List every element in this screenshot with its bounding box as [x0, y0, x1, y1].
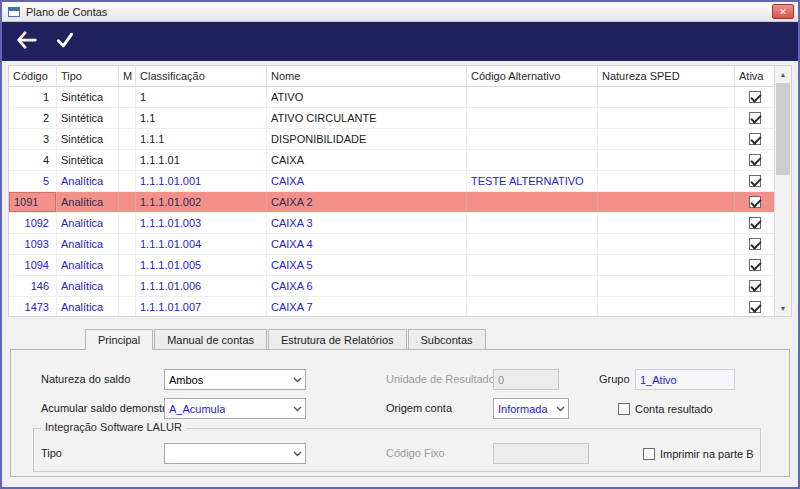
origem-conta-select[interactable]: Informada — [493, 398, 569, 419]
ativa-checkbox[interactable] — [749, 238, 761, 250]
ativa-checkbox[interactable] — [749, 280, 761, 292]
origem-conta-value: Informada — [498, 403, 548, 415]
cell-codigo-alternativo — [467, 150, 598, 170]
column-header-nome[interactable]: Nome — [267, 66, 467, 86]
check-icon — [55, 30, 75, 53]
cell-nome: CAIXA 7 — [267, 297, 467, 316]
natureza-saldo-select[interactable]: Ambos — [164, 369, 306, 390]
cell-codigo-alternativo — [467, 192, 598, 212]
scrollbar-thumb[interactable] — [776, 83, 790, 175]
accounts-grid: Código Tipo M Classificação Nome Código … — [8, 65, 792, 317]
cell-classificacao: 1.1.1.01 — [136, 150, 267, 170]
acumular-saldo-select[interactable]: A_Acumula — [164, 398, 306, 419]
cell-codigo: 5 — [9, 171, 57, 191]
lalur-tipo-label: Tipo — [41, 443, 62, 464]
cell-codigo: 146 — [9, 276, 57, 296]
tab-estrutura-de-relatorios[interactable]: Estrutura de Relatórios — [268, 329, 407, 349]
ativa-checkbox[interactable] — [749, 112, 761, 124]
ativa-checkbox[interactable] — [749, 301, 761, 313]
tab-manual-de-contas[interactable]: Manual de contas — [154, 329, 267, 349]
principal-panel: Natureza do saldo Ambos Unidade de Resul… — [10, 349, 790, 477]
ativa-checkbox[interactable] — [749, 196, 761, 208]
ativa-checkbox[interactable] — [749, 154, 761, 166]
grid-row[interactable]: 5 Analítica 1.1.1.01.001 CAIXA TESTE ALT… — [9, 171, 774, 192]
grid-header: Código Tipo M Classificação Nome Código … — [9, 66, 774, 87]
cell-codigo: 2 — [9, 108, 57, 128]
close-button[interactable]: ✕ — [772, 4, 794, 19]
ativa-checkbox[interactable] — [749, 91, 761, 103]
grid-row[interactable]: 1094 Analítica 1.1.1.01.005 CAIXA 5 — [9, 255, 774, 276]
cell-codigo: 1092 — [9, 213, 57, 233]
column-header-classificacao[interactable]: Classificação — [136, 66, 267, 86]
natureza-saldo-value: Ambos — [169, 374, 203, 386]
cell-m — [119, 108, 136, 128]
cell-nome: CAIXA 6 — [267, 276, 467, 296]
ativa-checkbox[interactable] — [749, 259, 761, 271]
cell-codigo-alternativo — [467, 255, 598, 275]
grid-row[interactable]: 1093 Analítica 1.1.1.01.004 CAIXA 4 — [9, 234, 774, 255]
natureza-saldo-label: Natureza do saldo — [41, 369, 130, 390]
ativa-checkbox[interactable] — [749, 175, 761, 187]
chevron-down-icon — [290, 377, 305, 383]
cell-codigo: 1091 — [9, 192, 57, 212]
column-header-m[interactable]: M — [119, 66, 136, 86]
cell-m — [119, 255, 136, 275]
grupo-field[interactable]: 1_Ativo — [635, 369, 735, 390]
grid-row[interactable]: 2 Sintética 1.1 ATIVO CIRCULANTE — [9, 108, 774, 129]
cell-tipo: Analítica — [57, 276, 119, 296]
grid-row[interactable]: 4 Sintética 1.1.1.01 CAIXA — [9, 150, 774, 171]
cell-ativa — [735, 192, 774, 212]
imprimir-parte-b-checkbox[interactable]: Imprimir na parte B — [643, 443, 754, 464]
scroll-down-button[interactable]: ▼ — [775, 300, 791, 316]
grid-row[interactable]: 1091 Analítica 1.1.1.01.002 CAIXA 2 — [9, 192, 774, 213]
grid-row[interactable]: 3 Sintética 1.1.1 DISPONIBILIDADE — [9, 129, 774, 150]
cell-ativa — [735, 234, 774, 254]
cell-nome: DISPONIBILIDADE — [267, 129, 467, 149]
tab-principal[interactable]: Principal — [85, 329, 153, 350]
cell-nome: CAIXA — [267, 150, 467, 170]
grid-row[interactable]: 1473 Analítica 1.1.1.01.007 CAIXA 7 — [9, 297, 774, 316]
grid-row[interactable]: 1 Sintética 1 ATIVO — [9, 87, 774, 108]
cell-natureza-sped — [598, 87, 735, 107]
cell-codigo-alternativo: TESTE ALTERNATIVO — [467, 171, 598, 191]
column-header-codigo-alternativo[interactable]: Código Alternativo — [467, 66, 598, 86]
cell-tipo: Sintética — [57, 108, 119, 128]
grid-row[interactable]: 146 Analítica 1.1.1.01.006 CAIXA 6 — [9, 276, 774, 297]
column-header-natureza-sped[interactable]: Natureza SPED — [598, 66, 735, 86]
column-header-tipo[interactable]: Tipo — [57, 66, 119, 86]
cell-ativa — [735, 276, 774, 296]
grid-row[interactable]: 1092 Analítica 1.1.1.01.003 CAIXA 3 — [9, 213, 774, 234]
cell-codigo: 3 — [9, 129, 57, 149]
cell-natureza-sped — [598, 276, 735, 296]
scroll-up-button[interactable]: ▲ — [775, 66, 791, 82]
cell-m — [119, 129, 136, 149]
cell-tipo: Sintética — [57, 87, 119, 107]
ativa-checkbox[interactable] — [749, 133, 761, 145]
tab-subcontas[interactable]: Subcontas — [408, 329, 486, 349]
acumular-saldo-value: A_Acumula — [169, 403, 225, 415]
cell-ativa — [735, 213, 774, 233]
cell-ativa — [735, 87, 774, 107]
cell-m — [119, 276, 136, 296]
toolbar — [2, 22, 798, 61]
conta-resultado-checkbox[interactable]: Conta resultado — [618, 398, 713, 419]
back-button[interactable] — [12, 27, 42, 57]
chevron-down-icon — [290, 406, 305, 412]
cell-classificacao: 1.1.1.01.006 — [136, 276, 267, 296]
cell-classificacao: 1.1.1.01.007 — [136, 297, 267, 316]
cell-ativa — [735, 150, 774, 170]
ativa-checkbox[interactable] — [749, 217, 761, 229]
codigo-fixo-field — [493, 443, 589, 464]
lalur-tipo-select[interactable] — [164, 443, 306, 464]
column-header-ativa[interactable]: Ativa — [735, 66, 774, 86]
cell-tipo: Analítica — [57, 171, 119, 191]
cell-natureza-sped — [598, 255, 735, 275]
cell-natureza-sped — [598, 171, 735, 191]
cell-ativa — [735, 255, 774, 275]
cell-natureza-sped — [598, 150, 735, 170]
confirm-button[interactable] — [50, 27, 80, 57]
vertical-scrollbar[interactable]: ▲ ▼ — [774, 66, 791, 316]
tab-bar: Principal Manual de contas Estrutura de … — [85, 329, 798, 349]
column-header-codigo[interactable]: Código — [9, 66, 57, 86]
cell-classificacao: 1.1.1.01.001 — [136, 171, 267, 191]
